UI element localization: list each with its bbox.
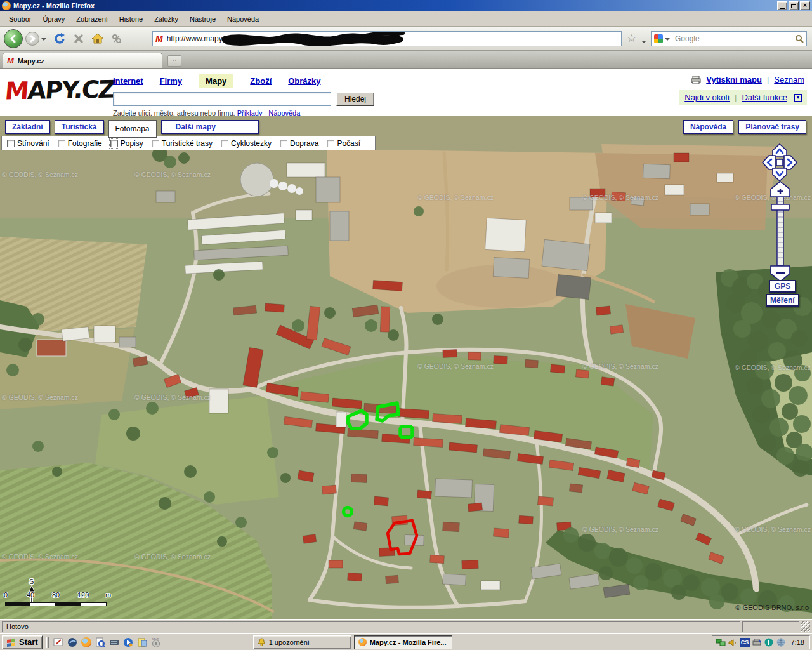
google-search-box[interactable]	[651, 31, 807, 46]
toolbar-grip[interactable]	[247, 637, 249, 648]
back-button[interactable]	[4, 29, 23, 48]
map-search-form: Hledej	[113, 92, 374, 106]
reload-button[interactable]	[53, 32, 67, 46]
keyboard-layout-badge[interactable]: CS	[740, 638, 750, 647]
more-functions-link[interactable]: Další funkce	[742, 93, 787, 102]
menu-napoveda[interactable]: Nápověda	[222, 13, 264, 25]
map-viewport[interactable]: © GEODIS, © Seznam.cz © GEODIS, © Seznam…	[0, 116, 812, 619]
notes-icon[interactable]	[136, 637, 148, 648]
map-type-tabs: Základní Turistická Fotomapa Další mapy	[5, 120, 259, 138]
checkbox[interactable]	[7, 140, 15, 147]
nav-firmy[interactable]: Firmy	[160, 76, 182, 86]
maptab-turisticka[interactable]: Turistická	[55, 120, 104, 134]
checkbox[interactable]	[110, 140, 118, 147]
checkbox[interactable]	[327, 140, 334, 147]
zoom-control[interactable]	[768, 181, 792, 282]
layer-turisticke-trasy[interactable]: Turistické trasy	[152, 139, 213, 148]
printer-status-icon[interactable]	[752, 638, 762, 647]
menu-zalozky[interactable]: Záložky	[149, 13, 183, 25]
home-button[interactable]	[91, 32, 105, 46]
search-tool-icon[interactable]	[95, 637, 106, 648]
pan-control[interactable]	[761, 143, 798, 182]
url-text: http://www.mapy	[167, 34, 223, 43]
mv2-icon[interactable]: MV2	[150, 637, 162, 648]
thunderbird-icon[interactable]	[67, 637, 78, 648]
menu-zobrazeni[interactable]: Zobrazení	[71, 13, 113, 25]
desktop-icon[interactable]	[53, 637, 64, 648]
menu-bar: Soubor Úpravy Zobrazení Historie Záložky…	[0, 11, 812, 27]
url-bar[interactable]: M http://www.mapy	[152, 31, 622, 46]
restore-button[interactable]	[789, 1, 799, 10]
aerial-imagery	[0, 116, 812, 619]
stop-button[interactable]	[72, 32, 86, 46]
menu-soubor[interactable]: Soubor	[4, 13, 36, 25]
mapy-cz-logo[interactable]: MAPY.CZ	[4, 76, 115, 105]
layer-popisy[interactable]: Popisy	[110, 139, 143, 148]
media-player-icon[interactable]	[122, 637, 134, 648]
sessions-button[interactable]	[110, 32, 124, 46]
find-nearby-link[interactable]: Najdi v okolí	[684, 93, 730, 102]
seznam-link[interactable]: Seznam	[774, 75, 804, 84]
task-button-firefox[interactable]: Mapy.cz - Mozilla Fire...	[354, 635, 452, 649]
map-search-input[interactable]	[113, 92, 331, 106]
maptab-zakladni[interactable]: Základní	[5, 120, 50, 134]
header-actions-row2: Najdi v okolí | Další funkce ▼	[679, 90, 807, 105]
map-right-buttons: Nápověda Plánovač trasy	[683, 120, 806, 134]
status-text: Hotovo	[2, 621, 740, 632]
checkbox[interactable]	[280, 140, 287, 147]
nav-zbozi[interactable]: Zboží	[250, 76, 272, 86]
menu-nastroje[interactable]: Nástroje	[185, 13, 221, 25]
volume-icon[interactable]	[728, 638, 738, 647]
checkbox[interactable]	[152, 140, 159, 147]
measure-button[interactable]: Měření	[766, 294, 799, 307]
print-map-link[interactable]: Vytiskni mapu	[706, 75, 762, 84]
toolbar-grip[interactable]	[46, 637, 49, 648]
nav-obrazky[interactable]: Obrázky	[288, 76, 320, 86]
route-planner-button[interactable]: Plánovač trasy	[738, 120, 806, 134]
google-search-input[interactable]	[675, 34, 795, 43]
resize-grip[interactable]	[801, 621, 810, 632]
window-title: Mapy.cz - Mozilla Firefox	[13, 2, 776, 10]
search-engine-caret[interactable]	[665, 38, 670, 43]
window-titlebar[interactable]: Mapy.cz - Mozilla Firefox ×	[0, 0, 812, 11]
checkbox[interactable]	[58, 140, 65, 147]
layer-stinovani[interactable]: Stínování	[7, 139, 49, 148]
nav-internet[interactable]: Internet	[113, 76, 143, 86]
layer-pocasi[interactable]: Počasí	[327, 139, 360, 148]
layer-cyklostezky[interactable]: Cyklostezky	[221, 139, 272, 148]
forward-button[interactable]	[25, 32, 39, 46]
search-submit-button[interactable]: Hledej	[336, 92, 374, 106]
layer-fotografie[interactable]: Fotografie	[58, 139, 102, 148]
tab-overflow-button[interactable]: ⁘	[167, 55, 181, 67]
maptab-fotomapa[interactable]: Fotomapa	[108, 120, 157, 138]
gps-button[interactable]: GPS	[769, 280, 796, 293]
start-button[interactable]: Start	[2, 635, 43, 649]
menu-upravy[interactable]: Úpravy	[37, 13, 70, 25]
bookmark-star-icon[interactable]: ☆	[627, 32, 636, 45]
portal-nav: Internet Firmy Mapy Zboží Obrázky	[113, 74, 321, 88]
task-button-notification[interactable]: 1 upozornění	[253, 635, 351, 649]
network-status-icon[interactable]	[716, 638, 726, 647]
layer-doprava[interactable]: Doprava	[280, 139, 318, 148]
bookmark-dropdown-caret[interactable]	[641, 41, 646, 46]
maptab-dalsi-mapy[interactable]: Další mapy	[161, 120, 230, 134]
layer-strip: Stínování Fotografie Popisy Turistické t…	[1, 136, 376, 150]
dalsi-mapy-dropdown-button[interactable]	[230, 120, 259, 134]
close-button[interactable]: ×	[800, 1, 810, 10]
tray-clock[interactable]: 7:18	[791, 639, 804, 646]
nav-mapy-active[interactable]: Mapy	[199, 74, 233, 88]
magnifier-icon[interactable]	[795, 34, 804, 43]
tab-mapy-cz[interactable]: M Mapy.cz	[3, 53, 162, 68]
more-functions-dropdown-icon[interactable]: ▼	[794, 94, 802, 102]
globe-status-icon[interactable]	[776, 638, 786, 647]
mapy-favicon: M	[7, 56, 14, 65]
checkbox[interactable]	[221, 140, 228, 147]
map-help-button[interactable]: Nápověda	[683, 120, 733, 134]
history-dropdown-caret[interactable]	[41, 38, 46, 43]
menu-historie[interactable]: Historie	[114, 13, 148, 25]
windows-logo-icon	[6, 638, 16, 647]
app-status-icon[interactable]	[764, 638, 774, 647]
firefox-icon[interactable]	[81, 637, 92, 648]
keyboard-icon[interactable]	[108, 637, 120, 648]
minimize-button[interactable]	[777, 1, 787, 10]
